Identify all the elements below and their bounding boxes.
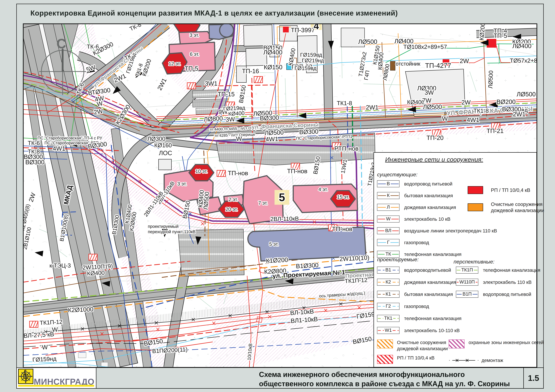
legend-boxes: РП / ТП 10/0,4 кВОчистные сооружениядожд…	[468, 186, 536, 221]
legend-section-existing: существующие:	[377, 171, 417, 178]
legend-line-sample: ТК1П	[456, 267, 478, 274]
legend-line-tag: ТК	[385, 251, 392, 257]
map-label: ЛØ400	[263, 49, 283, 56]
legend-item: W110Пэлектрокабель 110 кВ	[456, 279, 539, 286]
legend-line-sample: К	[377, 192, 399, 199]
compass-north-letter: С	[57, 36, 66, 51]
legend-item: Вводопровод питьевой	[377, 180, 462, 187]
map-label: ТП-4277	[425, 62, 451, 69]
sheet-title-line1: Схема инженерного обеспечения многофункц…	[259, 370, 510, 379]
map-label: 2 эт.	[228, 197, 238, 202]
map-label: ЛØ500	[264, 129, 284, 136]
map-label: ТØ108х2+89+57	[403, 43, 447, 50]
map-label: 4W1	[467, 116, 479, 123]
legend-item-desc: водопровод питьевой	[404, 181, 452, 187]
legend-item: W1электрокабель 10-110 кВ	[377, 327, 462, 334]
map-label: к ТЭЦ-3	[49, 262, 71, 269]
legend-line-tag: W1	[384, 328, 393, 333]
legend-line-sample: Г	[377, 239, 399, 246]
map-label: ГØ219нд	[302, 57, 324, 64]
legend-item-desc: газопровод	[404, 240, 429, 245]
map-label: 2W	[460, 57, 469, 64]
legend-item: ТК1Птелефонная канализация	[456, 267, 539, 274]
legend-line-tag: К2	[385, 279, 392, 285]
map-label: ТП-нов	[287, 168, 307, 175]
map-label: КØ150	[264, 64, 283, 71]
legend-hatch-label: РП / ТП 10/0,4 кВ	[397, 355, 435, 361]
map-label: W	[42, 344, 48, 351]
otstoinik-rect	[390, 61, 395, 70]
legend-item: Г2газопровод	[377, 303, 462, 310]
legend-box-item: Очистные сооружениядождевой канализации	[468, 201, 536, 214]
map-label: 10 эт.	[195, 169, 208, 174]
map-label: ТП-5	[185, 65, 198, 72]
logo-box: МИНСКГРАДО	[17, 368, 96, 388]
legend-item: В1водопроводпитьевой	[377, 267, 462, 274]
map-label: 4W1	[265, 135, 278, 143]
map-label: 7W	[422, 97, 431, 104]
map-label: ВØ300	[25, 159, 44, 166]
legend-item: Кбытовая канализация	[377, 192, 462, 199]
map-label: КØ400	[87, 269, 105, 277]
legend-hatch-item: охранные зоны инженерных сетей	[449, 340, 544, 349]
legend-line-sample: К2	[377, 279, 399, 286]
map-label: ТП-21	[487, 127, 504, 134]
map-label: В1Ø300	[296, 262, 319, 270]
legend-hatch-label: Очистные сооружениядождевой канализации	[397, 340, 448, 352]
legend-item-desc: дождевая канализация	[404, 205, 456, 210]
map-label: 5	[279, 191, 285, 203]
map-label: ТП-20	[426, 134, 444, 141]
legend-line-sample: В	[377, 180, 399, 187]
legend-item-desc: электрокабель 10-110 кВ	[404, 328, 460, 333]
legend-line-tag: Г2	[385, 303, 392, 309]
legend-box-item: РП / ТП 10/0,4 кВ	[468, 186, 536, 194]
legend-line-tag: К1	[385, 291, 392, 297]
building-bluegray-circle	[220, 23, 234, 37]
legend-line-sample: К1	[377, 291, 399, 298]
map-label: 2W1	[366, 104, 379, 111]
map-label: ЛØ800	[204, 115, 223, 123]
legend-hatch-swatch	[449, 340, 465, 349]
logo-underline	[18, 385, 94, 387]
map-label: 3 эт.	[190, 32, 199, 38]
legend-item: Лдождевая канализация	[377, 204, 462, 211]
map-label: 2W	[461, 99, 471, 106]
map-label: ЛØ500	[517, 91, 536, 98]
map-label: 4W1	[53, 145, 65, 152]
legend-line-sample: W	[377, 215, 399, 222]
map-label: 2ВЛ-110кВ	[270, 215, 299, 222]
map-label: ТП-нов	[332, 226, 352, 232]
legend-item-desc: водопровод питьевой	[483, 292, 531, 297]
legend-demontage-label: демонтаж	[482, 357, 503, 363]
map-label: ТØ57х2+89+70	[510, 57, 550, 64]
legend-item: Ггазопровод	[377, 239, 462, 246]
map-label: 3W	[425, 89, 434, 96]
legend-demontage-item: демонтаж	[449, 357, 503, 363]
map-label: ГØ159вд	[300, 52, 322, 58]
legend-line-tag: ТК1П	[460, 267, 474, 272]
legend-item: Wэлектрокабель 10 кВ	[377, 215, 462, 222]
legend-line-tag: К	[386, 193, 390, 198]
legend-line-sample: ВЛ	[377, 227, 399, 234]
map-label: ТП-16	[242, 68, 259, 75]
legend-line-tag: W	[385, 216, 391, 221]
map-label: переходной пункт 110кВ	[148, 229, 196, 234]
map-label: 3W1	[205, 80, 217, 87]
legend-item-desc: электрокабель 110 кВ	[483, 279, 532, 285]
legend-line-tag: ВЛ	[384, 228, 392, 233]
map-label: ГØ159вд	[295, 65, 316, 71]
legend-hatch-item: Очистные сооружениядождевой канализации	[377, 340, 448, 352]
map-label: 4	[314, 21, 319, 31]
legend-title: Инженерные сети и сооружения:	[385, 156, 483, 163]
map-label: 3 эт.	[177, 181, 187, 186]
map-label: КØ160	[154, 142, 172, 149]
map-label: W	[236, 135, 242, 142]
map-label: ЛØ500	[487, 70, 494, 89]
legend-filled-swatch	[468, 203, 483, 211]
map-label: ЛØ400	[512, 43, 532, 49]
legend-line-tag: В1	[384, 267, 392, 272]
map-label: W	[96, 100, 103, 107]
legend-line-tag: ТК1	[383, 315, 393, 321]
sheet-title-line2: общественного комплекса в районе съезда …	[259, 379, 510, 388]
building-red-top	[174, 18, 200, 33]
